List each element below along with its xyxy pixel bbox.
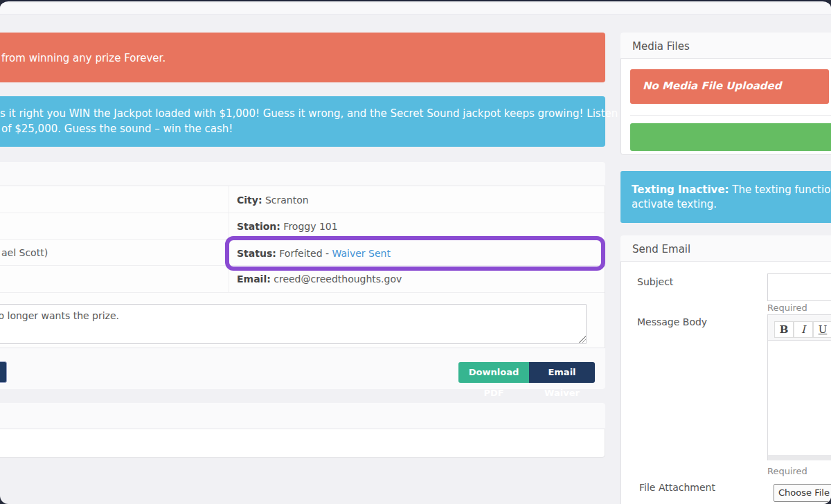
textarea-resize-grip[interactable] [579,336,586,343]
notes-textarea[interactable]: No longer wants the prize. [0,304,587,344]
subject-input[interactable] [767,273,831,301]
texting-alert-line1: Texting Inactive: The texting function i… [632,183,831,196]
jackpot-text-line1: s it right you WIN the Jackpot loaded wi… [0,107,687,120]
editor-content-area[interactable] [768,341,831,455]
media-files-title: Media Files [632,40,690,53]
editor-bottom-strip [768,455,831,460]
download-pdf-button[interactable]: Download PDF [458,362,529,383]
top-navbar [0,3,831,15]
texting-alert-rest: The texting function is not [729,183,831,196]
city-label: City: [237,195,262,206]
jackpot-info-banner: s it right you WIN the Jackpot loaded wi… [0,96,605,147]
italic-button[interactable]: I [794,321,813,338]
jackpot-text-line2: of $25,000. Guess the sound – win the ca… [1,123,233,135]
status-row-highlight [225,236,605,271]
texting-inactive-alert: Texting Inactive: The texting function i… [620,171,831,223]
winner-detail-panel-header [0,162,605,186]
email-field: Email: creed@creedthoughts.gov [237,273,402,285]
message-required-hint: Required [767,466,807,476]
station-field: Station: Froggy 101 [237,221,338,232]
upload-media-button[interactable] [630,123,831,151]
winner-name-partial: ael Scott) [1,247,48,258]
media-card-divider [630,115,831,116]
email-value: creed@creedthoughts.gov [274,273,402,285]
station-label: Station: [237,221,280,232]
message-body-label: Message Body [637,316,707,327]
forfeit-alert-banner: from winning any prize Forever. [0,33,605,82]
bold-button[interactable]: B [774,321,794,338]
subject-label: Subject [637,276,673,287]
no-media-alert-text: No Media File Uploaded [643,80,781,92]
choose-file-button[interactable]: Choose File [774,484,831,502]
email-waiver-button[interactable]: Email Waiver [529,362,595,383]
underline-button[interactable]: U [813,321,831,338]
cutoff-left-button[interactable] [0,361,7,383]
city-field: City: Scranton [237,195,309,206]
bottom-panel-header [0,403,605,429]
city-value: Scranton [265,195,309,206]
no-media-alert: No Media File Uploaded [630,69,829,104]
row-divider [0,213,605,213]
row-divider [0,292,605,293]
texting-alert-line2: activate texting. [632,198,717,210]
send-email-title: Send Email [632,243,690,255]
station-value: Froggy 101 [283,221,337,232]
forfeit-alert-text: from winning any prize Forever. [1,52,166,64]
email-label: Email: [237,273,271,285]
file-attachment-label: File Attachment [639,482,715,493]
texting-alert-bold: Texting Inactive: [632,183,729,196]
app-page: from winning any prize Forever. s it rig… [0,0,831,504]
subject-required-hint: Required [767,303,807,313]
